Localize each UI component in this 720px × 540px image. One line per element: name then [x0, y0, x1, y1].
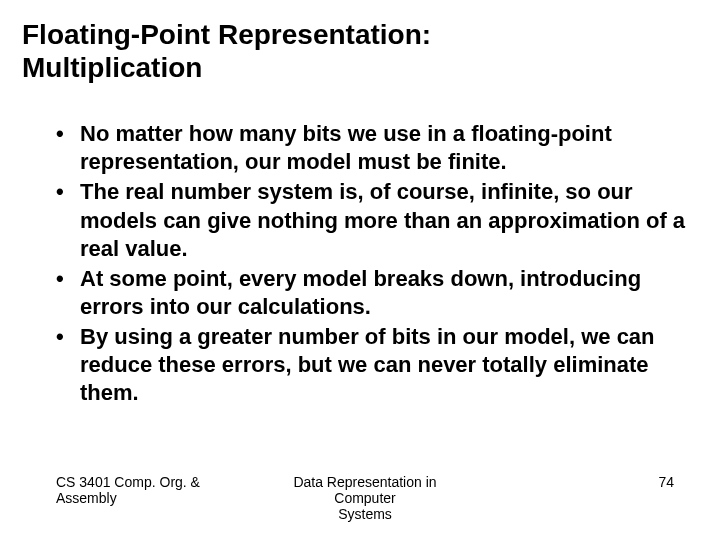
slide-footer: CS 3401 Comp. Org. & Assembly Data Repre… [0, 474, 720, 522]
footer-right: 74 [468, 474, 720, 490]
bullet-item: No matter how many bits we use in a floa… [52, 120, 698, 176]
title-line-1: Floating-Point Representation: [22, 18, 698, 51]
footer-center-line-2: Systems [262, 506, 468, 522]
slide-title: Floating-Point Representation: Multiplic… [22, 18, 698, 84]
slide: Floating-Point Representation: Multiplic… [0, 0, 720, 540]
footer-center-line-1: Data Representation in Computer [262, 474, 468, 506]
bullet-item: The real number system is, of course, in… [52, 178, 698, 262]
footer-left: CS 3401 Comp. Org. & Assembly [0, 474, 262, 506]
footer-center: Data Representation in Computer Systems [262, 474, 468, 522]
bullet-item: By using a greater number of bits in our… [52, 323, 698, 407]
bullet-list: No matter how many bits we use in a floa… [52, 120, 698, 408]
bullet-item: At some point, every model breaks down, … [52, 265, 698, 321]
title-line-2: Multiplication [22, 51, 698, 84]
slide-content: No matter how many bits we use in a floa… [22, 120, 698, 408]
